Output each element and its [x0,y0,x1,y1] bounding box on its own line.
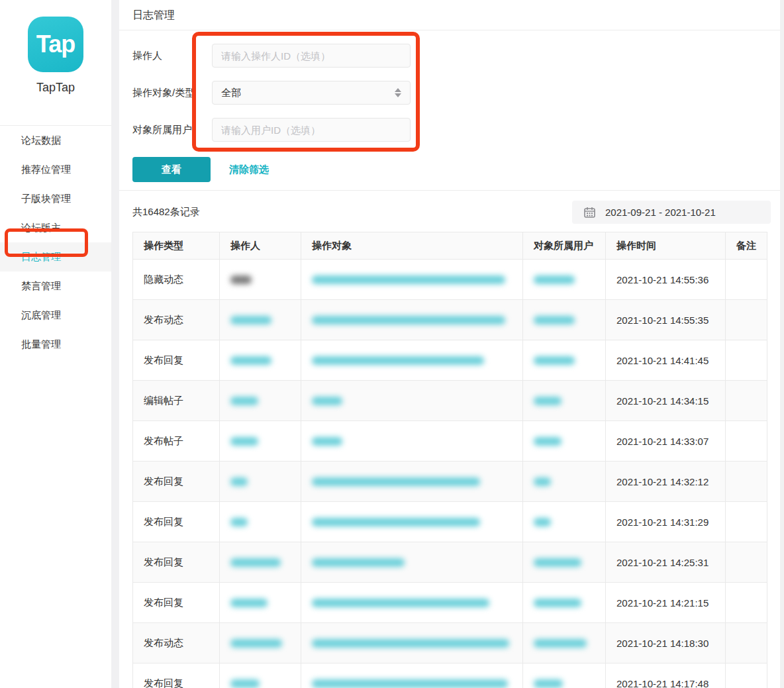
type-label: 操作对象/类型 [132,87,212,99]
redacted-operator[interactable] [230,558,281,567]
cell-remark [726,340,767,381]
cell-operator [220,381,301,421]
redacted-target-link[interactable] [312,518,480,526]
redacted-operator[interactable] [230,437,258,446]
cell-remark [726,381,767,421]
table-row: 发布回复 2021-10-21 14:25:31 [133,542,767,583]
cell-target [301,663,523,688]
redacted-target-link[interactable] [312,599,489,607]
redacted-owner-link[interactable] [534,518,551,526]
cell-owner [523,663,606,688]
redacted-owner-link[interactable] [534,679,563,688]
cell-remark [726,421,767,462]
redacted-operator[interactable] [230,639,282,648]
redacted-operator[interactable] [230,397,258,405]
cell-remark [726,462,767,502]
col-header-target: 操作对象 [301,232,523,260]
col-header-remark: 备注 [726,232,767,260]
sidebar-item-link[interactable]: 论坛数据 [0,126,111,155]
redacted-target-link[interactable] [312,397,342,405]
redacted-target-link[interactable] [312,679,508,688]
redacted-owner-link[interactable] [534,437,562,446]
cell-owner [523,340,606,381]
type-filter-row: 操作对象/类型 全部 [132,81,771,105]
cell-operator [220,623,301,663]
table-header-row: 操作类型 操作人 操作对象 对象所属用户 操作时间 备注 [133,232,767,260]
date-range-picker[interactable]: 2021-09-21 - 2021-10-21 [572,201,771,224]
redacted-target-link[interactable] [312,558,405,567]
select-updown-icon [395,88,401,97]
calendar-icon [584,207,595,218]
cell-remark [726,663,767,688]
redacted-owner-link[interactable] [534,599,581,607]
cell-remark [726,300,767,340]
operator-id-input[interactable] [212,44,411,68]
cell-operator [220,300,301,340]
cell-owner [523,260,606,300]
cell-operator [220,663,301,688]
owner-label: 对象所属用户 [132,124,212,136]
sidebar-item-link[interactable]: 沉底管理 [0,301,111,330]
redacted-owner-link[interactable] [534,356,575,365]
sidebar-item-link[interactable]: 子版块管理 [0,184,111,213]
redacted-target-link[interactable] [312,437,342,446]
cell-time: 2021-10-21 14:55:36 [606,260,726,300]
cell-owner [523,623,606,663]
clear-filters-link[interactable]: 清除筛选 [229,164,269,176]
redacted-target-link[interactable] [312,639,509,648]
cell-remark [726,260,767,300]
cell-time: 2021-10-21 14:21:15 [606,583,726,623]
cell-owner [523,542,606,583]
cell-target [301,583,523,623]
redacted-owner-link[interactable] [534,275,575,284]
sidebar-item-link[interactable]: 批量管理 [0,330,111,359]
main-content: 日志管理 操作人 操作对象/类型 全部 对象所属用户 查看 清除筛选 [119,0,784,688]
table-row: 发布动态 2021-10-21 14:18:30 [133,623,767,663]
table-row: 发布回复 2021-10-21 14:31:29 [133,502,767,542]
cell-owner [523,462,606,502]
sidebar-menu: 论坛数据推荐位管理子版块管理论坛版主日志管理禁言管理沉底管理批量管理 [0,126,111,359]
redacted-operator[interactable] [230,356,271,365]
redacted-operator[interactable] [230,316,271,324]
redacted-operator[interactable] [230,477,248,486]
cell-operator [220,542,301,583]
col-header-operation-type: 操作类型 [133,232,220,260]
cell-operation-type: 发布回复 [133,340,220,381]
cell-operator [220,421,301,462]
redacted-owner-link[interactable] [534,397,562,405]
sidebar-item-link[interactable]: 推荐位管理 [0,155,111,184]
sidebar-item-active[interactable]: 日志管理 [0,242,111,271]
target-type-select[interactable]: 全部 [212,81,411,105]
cell-remark [726,583,767,623]
owner-user-id-input[interactable] [212,118,411,142]
page-scrollbar[interactable] [780,0,784,688]
table-row: 发布帖子 2021-10-21 14:33:07 [133,421,767,462]
owner-filter-row: 对象所属用户 [132,118,771,142]
cell-time: 2021-10-21 14:25:31 [606,542,726,583]
redacted-target-link[interactable] [312,356,484,365]
redacted-target-link[interactable] [312,275,505,284]
redacted-owner-link[interactable] [534,477,551,486]
sidebar-item-link[interactable]: 禁言管理 [0,271,111,301]
redacted-owner-link[interactable] [534,316,575,324]
cell-operation-type: 发布动态 [133,300,220,340]
table-row: 发布回复 2021-10-21 14:41:45 [133,340,767,381]
redacted-operator[interactable] [230,518,248,526]
view-button[interactable]: 查看 [132,157,211,182]
cell-target [301,340,523,381]
app-name: TapTap [0,81,111,95]
redacted-operator[interactable] [230,679,260,688]
cell-target [301,421,523,462]
redacted-target-link[interactable] [312,477,480,486]
records-bar: 共16482条记录 2021-09-21 - 2021-10-21 [132,201,771,224]
cell-target [301,462,523,502]
redacted-owner-link[interactable] [534,639,587,648]
cell-owner [523,583,606,623]
cell-operator [220,583,301,623]
redacted-owner-link[interactable] [534,558,581,567]
records-count: 共16482条记录 [132,206,200,219]
sidebar-item-link[interactable]: 论坛版主 [0,213,111,242]
redacted-target-link[interactable] [312,316,505,324]
col-header-operator: 操作人 [220,232,301,260]
redacted-operator[interactable] [230,599,268,607]
